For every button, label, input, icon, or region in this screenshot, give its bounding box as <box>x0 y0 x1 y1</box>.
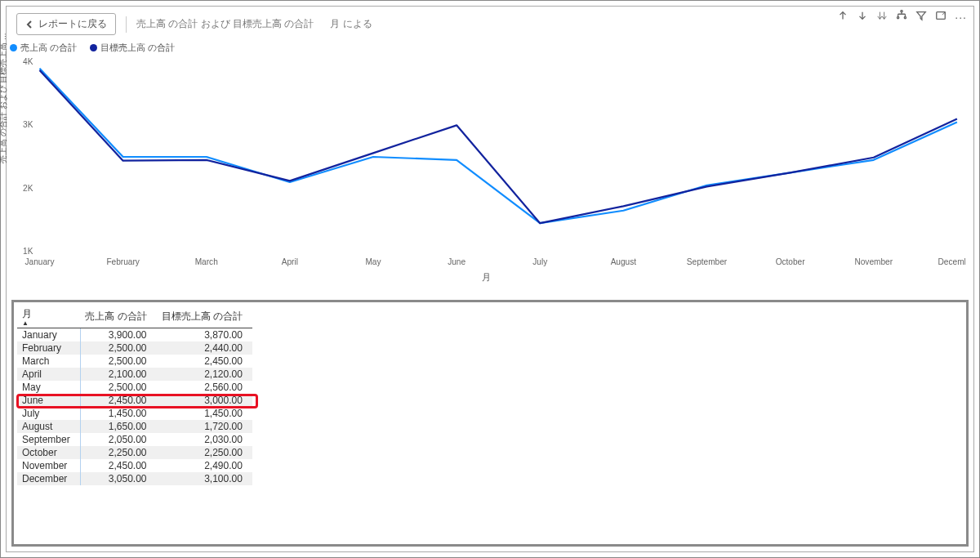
data-table-container: 月▲売上高 の合計目標売上高 の合計 January3,900.003,870.… <box>11 300 969 547</box>
row-value: 2,250.00 <box>80 446 156 459</box>
svg-text:January: January <box>25 257 55 266</box>
expand-all-icon[interactable] <box>876 10 888 24</box>
table-row[interactable]: October2,250.002,250.00 <box>17 446 252 459</box>
row-label: May <box>17 381 80 394</box>
table-row[interactable]: January3,900.003,870.00 <box>17 328 252 342</box>
table-row[interactable]: July1,450.001,450.00 <box>17 407 252 420</box>
table-row[interactable]: April2,100.002,120.00 <box>17 368 252 381</box>
row-value: 2,450.00 <box>157 355 252 368</box>
row-value: 2,450.00 <box>80 459 156 472</box>
row-value: 2,500.00 <box>80 355 156 368</box>
svg-text:February: February <box>106 257 139 266</box>
row-value: 3,100.00 <box>157 472 252 485</box>
table-row[interactable]: November2,450.002,490.00 <box>17 459 252 472</box>
drill-up-icon[interactable] <box>837 10 849 24</box>
row-value: 2,500.00 <box>80 381 156 394</box>
focus-mode-icon[interactable] <box>935 10 947 24</box>
visual-toolbar: ··· <box>837 10 967 24</box>
filter-icon[interactable] <box>915 10 927 24</box>
row-label: April <box>17 368 80 381</box>
table-header-col-0[interactable]: 月▲ <box>17 306 80 328</box>
svg-text:4K: 4K <box>23 57 33 66</box>
data-table[interactable]: 月▲売上高 の合計目標売上高 の合計 January3,900.003,870.… <box>17 306 252 485</box>
svg-text:2K: 2K <box>23 184 33 193</box>
row-label: July <box>17 407 80 420</box>
row-value: 3,870.00 <box>157 328 252 342</box>
svg-point-2 <box>905 16 906 18</box>
more-options-icon[interactable]: ··· <box>955 11 967 24</box>
legend-dot-2 <box>90 44 97 51</box>
drill-down-icon[interactable] <box>857 10 868 24</box>
row-label: September <box>17 433 80 446</box>
row-label: November <box>17 459 80 472</box>
svg-text:July: July <box>532 257 547 266</box>
row-value: 2,120.00 <box>157 368 252 381</box>
row-label: October <box>17 446 80 459</box>
table-header-col-1[interactable]: 売上高 の合計 <box>80 306 156 328</box>
svg-text:September: September <box>687 257 728 266</box>
table-row[interactable]: February2,500.002,440.00 <box>17 341 252 355</box>
row-value: 2,250.00 <box>157 446 252 459</box>
row-value: 1,650.00 <box>80 420 156 433</box>
svg-text:November: November <box>854 257 893 266</box>
row-value: 2,500.00 <box>80 341 156 355</box>
table-header-col-2[interactable]: 目標売上高 の合計 <box>157 306 252 328</box>
chart-plot-area: 1K2K3K4KJanuaryFebruaryMarchAprilMayJune… <box>7 57 965 270</box>
sort-ascending-icon: ▲ <box>22 321 70 326</box>
legend-item-2[interactable]: 目標売上高 の合計 <box>90 42 175 54</box>
row-value: 2,450.00 <box>80 394 156 407</box>
row-label: December <box>17 472 80 485</box>
svg-text:April: April <box>282 257 298 266</box>
row-value: 3,000.00 <box>157 394 252 407</box>
table-row[interactable]: March2,500.002,450.00 <box>17 355 252 368</box>
chart-subtitle: 月 による <box>330 17 372 31</box>
legend-item-1[interactable]: 売上高 の合計 <box>10 42 77 54</box>
row-value: 1,720.00 <box>157 420 252 433</box>
table-row[interactable]: May2,500.002,560.00 <box>17 381 252 394</box>
svg-text:3K: 3K <box>23 120 33 129</box>
x-axis-label: 月 <box>7 271 965 283</box>
row-label: February <box>17 341 80 355</box>
row-value: 3,900.00 <box>80 328 156 342</box>
row-value: 3,050.00 <box>80 472 156 485</box>
svg-text:June: June <box>448 257 466 266</box>
row-value: 1,450.00 <box>80 407 156 420</box>
chart-legend: 売上高 の合計 目標売上高 の合計 <box>7 42 965 57</box>
row-value: 2,490.00 <box>157 459 252 472</box>
row-label: January <box>17 328 80 342</box>
svg-text:May: May <box>365 257 381 266</box>
legend-dot-1 <box>10 44 17 51</box>
line-chart[interactable]: 売上高 の合計 目標売上高 の合計 売上高 の合計 および 目標売上高 ... … <box>7 42 973 295</box>
svg-text:October: October <box>776 257 806 266</box>
svg-text:March: March <box>195 257 218 266</box>
table-row[interactable]: August1,650.001,720.00 <box>17 420 252 433</box>
svg-text:December: December <box>938 257 965 266</box>
chart-title: 売上高 の合計 および 目標売上高 の合計 <box>136 17 314 31</box>
row-label: June <box>17 394 80 407</box>
row-label: March <box>17 355 80 368</box>
row-value: 1,450.00 <box>157 407 252 420</box>
row-value: 2,100.00 <box>80 368 156 381</box>
svg-text:August: August <box>611 257 637 266</box>
header: レポートに戻る 売上高 の合計 および 目標売上高 の合計 月 による <box>7 7 973 42</box>
title-separator <box>126 16 127 33</box>
table-row[interactable]: September2,050.002,030.00 <box>17 433 252 446</box>
table-row[interactable]: December3,050.003,100.00 <box>17 472 252 485</box>
row-value: 2,050.00 <box>80 433 156 446</box>
row-value: 2,030.00 <box>157 433 252 446</box>
row-value: 2,440.00 <box>157 341 252 355</box>
table-row[interactable]: June2,450.003,000.00 <box>17 394 252 407</box>
svg-text:1K: 1K <box>23 247 33 256</box>
hierarchy-icon[interactable] <box>896 10 907 24</box>
row-value: 2,560.00 <box>157 381 252 394</box>
svg-point-1 <box>898 16 899 18</box>
row-label: August <box>17 420 80 433</box>
back-label: レポートに戻る <box>38 17 107 31</box>
back-to-report-button[interactable]: レポートに戻る <box>16 13 116 35</box>
